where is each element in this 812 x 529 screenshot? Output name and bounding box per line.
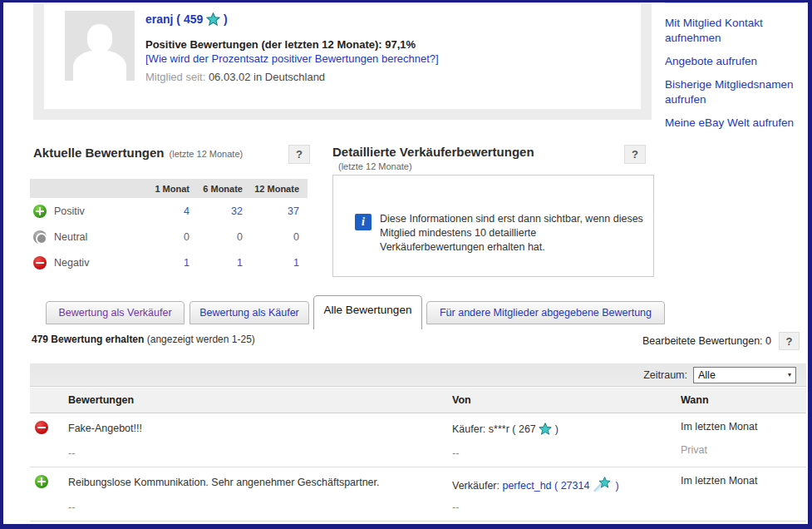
member-since: Mitglied seit: 06.03.02 in Deutschland (145, 71, 325, 83)
feedback-privacy: Privat (681, 444, 707, 456)
col-bewertungen: Bewertungen (68, 394, 134, 406)
feedback-from: Käufer: s***r ( 267 ) (452, 423, 559, 435)
contact-member-link[interactable]: Mit Mitglied Kontakt aufnehmen (665, 16, 805, 46)
negative-12m-count[interactable]: 1 (293, 257, 299, 269)
edited-feedback-label: Bearbeitete Bewertungen: 0 (642, 335, 771, 347)
col-wann: Wann (681, 394, 709, 406)
feedback-profile-page: eranj ( 459 ) Positive Bewertungen (der … (0, 0, 812, 529)
avatar-person-icon (87, 24, 112, 52)
dsr-info-box: i Diese Informationen sind erst dann sic… (332, 175, 654, 277)
feedback-detail: -- (68, 447, 75, 459)
positive-row: Positiv 4 32 37 (30, 198, 308, 224)
feedback-table-header: Bewertungen Von Wann (30, 388, 806, 413)
dsr-subtitle: (letzte 12 Monate) (338, 161, 412, 171)
percentage-help-link[interactable]: [Wie wird der Prozentsatz positiver Bewe… (145, 52, 439, 65)
quick-links: Mit Mitglied Kontakt aufnehmen Angebote … (665, 2, 805, 139)
tab-bewertung-als-kaeufer[interactable]: Bewertung als Käufer (189, 301, 309, 324)
ratings-header-row: 1 Monat 6 Monate 12 Monate (30, 179, 308, 198)
neutral-12m-count: 0 (293, 231, 299, 243)
filter-bar: Zeitraum: Alle ▾ (30, 363, 806, 387)
feedback-row: Reibungslose Kommunikation. Sehr angeneh… (30, 467, 806, 522)
recent-ratings-subtitle: (letzte 12 Monate) (170, 149, 244, 159)
recent-ratings-table: 1 Monat 6 Monate 12 Monate Positiv 4 32 … (30, 179, 308, 275)
zeitraum-select[interactable]: Alle ▾ (693, 367, 796, 383)
zeitraum-label: Zeitraum: (643, 369, 687, 381)
dsr-info-text: Diese Informationen sind erst dann sicht… (380, 212, 646, 255)
zeitraum-selected-value: Alle (698, 369, 716, 381)
col-von: Von (452, 394, 471, 406)
tab-bewertung-als-verkaeufer[interactable]: Bewertung als Verkäufer (46, 301, 185, 324)
feedback-star-icon (539, 423, 552, 435)
col-1-monat: 1 Monat (143, 184, 196, 194)
info-icon: i (355, 214, 372, 230)
view-items-link[interactable]: Angebote aufrufen (665, 54, 805, 69)
feedback-score: ( 459 (176, 12, 203, 26)
feedback-from: Verkäufer: perfect_hd ( 27314 ) (452, 477, 619, 492)
positive-1m-count[interactable]: 4 (184, 205, 189, 217)
previous-usernames-link[interactable]: Bisherige Mitgliedsnamen aufrufen (665, 77, 805, 107)
seller-name-link[interactable]: perfect_hd (502, 480, 551, 492)
positive-icon (33, 205, 47, 218)
member-profile-card: eranj ( 459 ) Positive Bewertungen (der … (33, 2, 652, 120)
recent-ratings-title: Aktuelle Bewertungen(letzte 12 Monate) (33, 146, 243, 160)
dropdown-arrow-icon: ▾ (788, 371, 791, 378)
positive-6m-count[interactable]: 32 (231, 205, 243, 217)
shooting-star-icon (593, 477, 613, 492)
col-6-monate: 6 Monate (196, 184, 249, 194)
feedback-when: Im letzten Monat (681, 421, 757, 433)
positive-percentage: Positive Bewertungen (der letzten 12 Mon… (145, 38, 416, 51)
username-link[interactable]: eranj (145, 12, 173, 26)
neutral-6m-count: 0 (237, 231, 243, 243)
negative-1m-count[interactable]: 1 (184, 257, 189, 269)
negative-icon (33, 256, 47, 269)
positive-icon (35, 475, 48, 488)
feedback-detail: -- (68, 502, 75, 513)
edited-feedback-help-button[interactable]: ? (779, 332, 800, 350)
my-ebay-world-link[interactable]: Meine eBay Welt aufrufen (665, 116, 805, 131)
negative-row: Negativ 1 1 1 (30, 250, 308, 275)
feedback-row: Fake-Angebot!!! -- Käufer: s***r ( 267 )… (30, 413, 806, 467)
feedback-when: Im letzten Monat (681, 475, 757, 487)
username-line: eranj ( 459 ) (145, 12, 228, 26)
recent-ratings-help-button[interactable]: ? (288, 145, 310, 164)
negative-icon (35, 421, 48, 434)
avatar (65, 11, 135, 81)
dsr-title: Detaillierte Verkäuferbewertungen (332, 145, 534, 159)
tab-fuer-andere-mitglieder[interactable]: Für andere Mitglieder abgegebene Bewertu… (426, 301, 665, 324)
neutral-row: Neutral 0 0 0 (30, 224, 308, 250)
feedback-comment: Fake-Angebot!!! (68, 423, 142, 434)
neutral-icon (33, 230, 47, 244)
tab-alle-bewertungen[interactable]: Alle Bewertungen (313, 295, 422, 329)
positive-12m-count[interactable]: 37 (288, 205, 299, 217)
feedback-count-summary: 479 Bewertung erhalten (angezeigt werden… (32, 334, 255, 345)
neutral-1m-count: 0 (184, 231, 189, 243)
feedback-star-icon (206, 12, 220, 26)
col-12-monate: 12 Monate (249, 184, 308, 194)
feedback-comment: Reibungslose Kommunikation. Sehr angeneh… (68, 477, 380, 488)
buyer-name: s***r (489, 423, 509, 435)
dsr-help-button[interactable]: ? (624, 145, 646, 164)
negative-6m-count[interactable]: 1 (237, 257, 243, 269)
